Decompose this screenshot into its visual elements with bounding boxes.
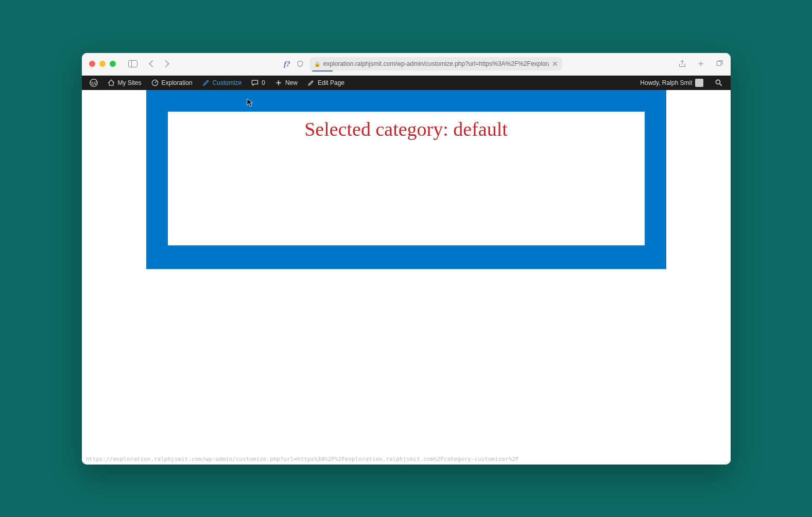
cursor-icon [247, 98, 254, 108]
page-title: Selected category: default [168, 118, 645, 140]
close-window-button[interactable] [89, 61, 95, 67]
right-toolbar [678, 60, 723, 68]
my-sites-menu[interactable]: My Sites [103, 76, 145, 90]
status-bar-url: https://exploration.ralphjsmit.com/wp-ad… [86, 456, 519, 462]
new-content-menu[interactable]: New [271, 76, 301, 90]
sidebar-toggle-icon[interactable] [128, 60, 137, 67]
comment-icon [251, 79, 259, 87]
wordpress-icon [90, 79, 98, 87]
edit-page-menu[interactable]: Edit Page [303, 76, 348, 90]
new-label: New [285, 79, 298, 86]
lock-icon: 🔒 [314, 61, 320, 67]
page-content: Selected category: default [82, 90, 731, 465]
minimize-window-button[interactable] [99, 61, 106, 67]
svg-point-3 [716, 80, 720, 84]
window-controls [89, 61, 116, 67]
center-toolbar: f? 🔒 exploration.ralphjsmit.com/wp-admin… [172, 57, 674, 70]
new-tab-icon[interactable] [697, 60, 705, 68]
user-avatar [695, 79, 703, 87]
site-name-label: Exploration [162, 79, 193, 86]
admin-bar-right: Howdy, Ralph Smit [636, 76, 726, 90]
svg-rect-0 [717, 61, 721, 65]
back-button[interactable] [148, 60, 156, 67]
home-icon [107, 79, 115, 87]
dashboard-icon [151, 79, 159, 87]
comments-count: 0 [262, 79, 265, 86]
wp-admin-bar: My Sites Exploration Customize 0 New Edi… [82, 76, 731, 90]
tabs-overview-icon[interactable] [715, 60, 723, 68]
wp-logo-menu[interactable] [86, 76, 101, 90]
content-block: Selected category: default [146, 90, 666, 269]
share-icon[interactable] [678, 60, 686, 68]
url-text: exploration.ralphjsmit.com/wp-admin/cust… [323, 60, 549, 67]
comments-menu[interactable]: 0 [247, 76, 269, 90]
user-account-menu[interactable]: Howdy, Ralph Smit [636, 76, 706, 90]
site-name-menu[interactable]: Exploration [147, 76, 196, 90]
address-bar[interactable]: 🔒 exploration.ralphjsmit.com/wp-admin/cu… [310, 57, 562, 70]
loading-indicator [312, 70, 333, 72]
paintbrush-icon [202, 79, 210, 87]
plus-icon [274, 79, 283, 87]
search-toggle[interactable] [711, 76, 727, 90]
browser-window: f? 🔒 exploration.ralphjsmit.com/wp-admin… [82, 53, 731, 465]
privacy-shield-icon[interactable] [297, 60, 304, 68]
howdy-text: Howdy, Ralph Smit [640, 79, 692, 86]
maximize-window-button[interactable] [110, 61, 116, 67]
browser-toolbar: f? 🔒 exploration.ralphjsmit.com/wp-admin… [82, 53, 731, 76]
customize-menu[interactable]: Customize [198, 76, 246, 90]
pencil-icon [307, 79, 315, 87]
customize-label: Customize [213, 79, 242, 86]
content-inner: Selected category: default [168, 112, 645, 245]
forward-button[interactable] [162, 60, 169, 67]
search-icon [715, 79, 723, 87]
edit-page-label: Edit Page [318, 79, 344, 86]
extension-fq-icon[interactable]: f? [284, 60, 290, 68]
stop-reload-icon[interactable]: ✕ [552, 60, 558, 68]
my-sites-label: My Sites [118, 79, 142, 86]
nav-arrows [150, 61, 168, 66]
